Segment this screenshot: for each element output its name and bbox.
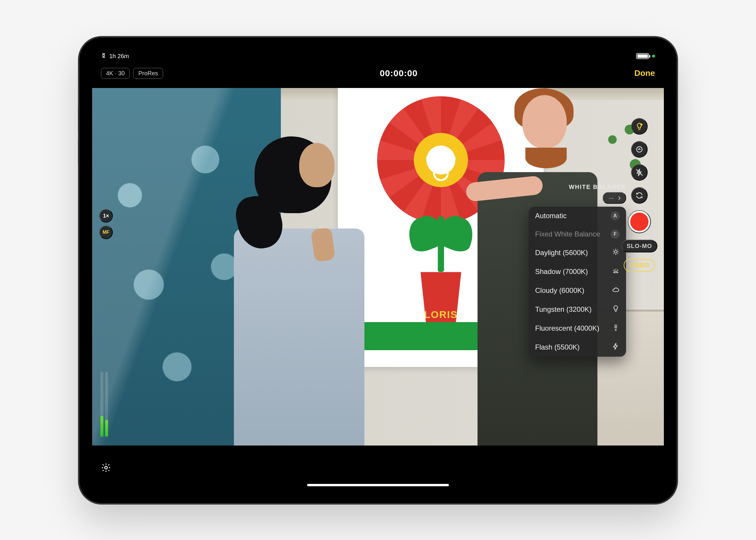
bulb-icon	[612, 305, 620, 314]
white-balance-option[interactable]: AutomaticA	[529, 207, 626, 225]
codec-button[interactable]: ProRes	[133, 68, 163, 79]
white-balance-option-label: Flash (5500K)	[535, 343, 580, 351]
switch-camera-icon	[635, 191, 644, 200]
done-button[interactable]: Done	[634, 68, 655, 78]
white-balance-option-label: Automatic	[535, 212, 567, 220]
white-balance-option-label: Daylight (5600K)	[535, 249, 588, 257]
format-label: 4K · 30	[106, 70, 125, 77]
camera-in-use-indicator	[652, 55, 655, 58]
home-indicator[interactable]	[307, 484, 449, 486]
white-balance-menu: AutomaticAFixed White BalanceFDaylight (…	[529, 207, 626, 357]
hourglass-icon	[101, 53, 106, 60]
white-balance-option[interactable]: Flash (5500K)	[529, 338, 626, 357]
status-bar: 1h 26m	[92, 50, 664, 62]
white-balance-key-badge: A	[611, 211, 620, 220]
record-timer: 00:00:00	[380, 68, 417, 78]
ipad-device-frame: 1h 26m 4K · 30 ProRes 00:00:00	[80, 38, 676, 503]
white-balance-title: WHITE BALANCE	[569, 184, 626, 191]
white-balance-option[interactable]: Fluorescent (4000K)	[529, 319, 626, 338]
camera-viewfinder[interactable]: FLORIST	[92, 88, 664, 446]
top-toolbar: 4K · 30 ProRes 00:00:00 Done	[92, 65, 664, 82]
white-balance-option[interactable]: Fixed White BalanceF	[529, 225, 626, 243]
white-balance-option-label: Fixed White Balance	[535, 230, 600, 238]
zoom-button[interactable]: 1×	[99, 209, 113, 222]
right-controls: SLO-MO VIDEO	[621, 118, 657, 272]
flash-button[interactable]	[631, 164, 648, 181]
cfl-icon	[612, 324, 620, 333]
white-balance-popover: WHITE BALANCE ··· AutomaticAFixed White …	[529, 184, 626, 357]
white-balance-option[interactable]: Shadow (7000K)	[529, 262, 626, 281]
record-dot-icon	[630, 212, 649, 231]
white-balance-button[interactable]	[631, 118, 648, 135]
white-balance-option[interactable]: Tungsten (3200K)	[529, 300, 626, 319]
sun-icon	[612, 248, 620, 257]
white-balance-option[interactable]: Daylight (5600K)	[529, 243, 626, 262]
bottom-bar	[92, 446, 664, 490]
white-balance-option-label: Fluorescent (4000K)	[535, 324, 599, 333]
exposure-button[interactable]	[631, 141, 648, 158]
bulb-sparkle-icon	[635, 122, 644, 130]
white-balance-option-label: Shadow (7000K)	[535, 267, 588, 276]
bolt-icon	[612, 342, 620, 352]
recording-remaining: 1h 26m	[109, 53, 129, 60]
codec-label: ProRes	[138, 70, 158, 77]
settings-button[interactable]	[101, 463, 111, 473]
exposure-icon	[635, 145, 644, 154]
cloud-icon	[612, 286, 620, 295]
audio-level-meter	[100, 372, 109, 437]
sun-horizon-icon	[612, 267, 620, 276]
focus-mode-button[interactable]: MF	[99, 225, 113, 239]
svg-point-2	[104, 466, 107, 469]
white-balance-option-label: Cloudy (6000K)	[535, 286, 584, 295]
switch-camera-button[interactable]	[631, 187, 648, 204]
flash-off-icon	[635, 168, 644, 177]
white-balance-option[interactable]: Cloudy (6000K)	[529, 281, 626, 300]
record-button[interactable]	[628, 210, 651, 233]
battery-icon	[636, 53, 649, 59]
white-balance-option-label: Tungsten (3200K)	[535, 305, 591, 314]
mode-slo-mo[interactable]: SLO-MO	[621, 240, 657, 252]
svg-point-0	[615, 251, 617, 253]
screen: 1h 26m 4K · 30 ProRes 00:00:00	[92, 50, 664, 490]
mode-video[interactable]: VIDEO	[624, 259, 655, 272]
gear-icon	[101, 463, 111, 473]
format-button[interactable]: 4K · 30	[101, 68, 130, 79]
white-balance-key-badge: F	[611, 230, 620, 238]
